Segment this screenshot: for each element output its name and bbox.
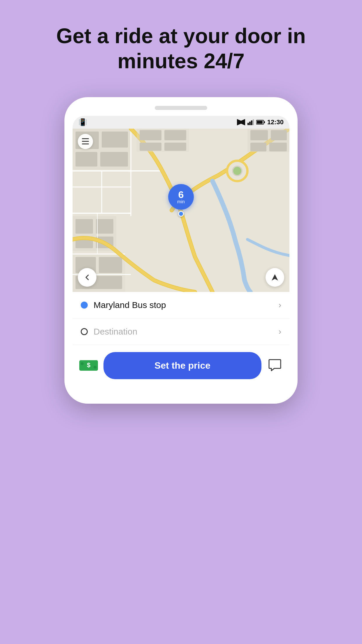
svg-rect-13 [75, 152, 97, 167]
svg-rect-37 [271, 130, 287, 140]
signal-icon [247, 119, 254, 125]
svg-rect-8 [257, 121, 263, 124]
back-button[interactable] [78, 268, 96, 287]
phone-notch [155, 106, 207, 110]
svg-rect-7 [264, 121, 265, 123]
hamburger-line-1 [82, 138, 89, 139]
svg-rect-17 [96, 219, 113, 234]
svg-rect-44 [164, 143, 186, 151]
svg-rect-14 [100, 152, 128, 167]
svg-point-49 [81, 362, 84, 365]
svg-rect-41 [140, 130, 161, 140]
svg-point-34 [233, 167, 241, 175]
svg-rect-4 [251, 120, 252, 125]
svg-text:$: $ [87, 361, 90, 369]
svg-rect-16 [75, 219, 93, 234]
destination-dot-icon [81, 328, 88, 335]
location-dot [178, 211, 184, 217]
pickup-label: Maryland Bus stop [94, 300, 273, 310]
eta-marker: 6 min [168, 184, 194, 217]
back-arrow-icon [83, 273, 91, 281]
eta-bubble: 6 min [168, 184, 194, 210]
svg-rect-2 [247, 123, 249, 125]
hamburger-line-3 [82, 144, 89, 144]
map-area: 6 min [73, 129, 289, 292]
svg-point-50 [94, 366, 96, 369]
chat-icon[interactable] [266, 357, 284, 374]
destination-row[interactable]: Destination › [73, 318, 289, 345]
status-left: 📳 [78, 118, 87, 126]
svg-rect-12 [102, 132, 128, 148]
app-headline: Get a ride at your door in minutes 24/7 [0, 23, 362, 74]
svg-marker-0 [241, 119, 245, 125]
bottom-panel: Maryland Bus stop › Destination › $ [73, 292, 289, 386]
svg-marker-46 [272, 274, 278, 281]
pickup-row[interactable]: Maryland Bus stop › [73, 292, 289, 318]
chat-bubble-icon [267, 358, 282, 373]
phone-mockup: 📳 [64, 97, 298, 404]
svg-rect-43 [140, 143, 161, 151]
money-icon: $ [78, 358, 99, 374]
pickup-chevron-icon: › [279, 300, 281, 310]
battery-icon [256, 120, 265, 125]
hamburger-menu-button[interactable] [78, 134, 93, 149]
svg-rect-3 [249, 122, 251, 125]
destination-chevron-icon: › [279, 327, 281, 336]
status-bar: 📳 [73, 116, 289, 129]
hamburger-line-2 [82, 141, 89, 142]
status-time: 12:30 [267, 118, 284, 126]
navigate-button[interactable] [266, 268, 284, 287]
cash-icon: $ [79, 358, 99, 373]
pickup-dot-icon [81, 302, 88, 309]
svg-rect-5 [253, 119, 254, 125]
vibrate-icon: 📳 [78, 118, 87, 126]
navigate-icon [270, 273, 279, 282]
svg-rect-42 [164, 130, 186, 140]
svg-rect-36 [250, 130, 268, 140]
set-price-button[interactable]: Set the price [103, 352, 261, 379]
status-right: 12:30 [237, 118, 284, 126]
action-bar: $ Set the price [73, 345, 289, 386]
phone-screen: 📳 [73, 116, 289, 386]
svg-rect-39 [269, 143, 287, 151]
svg-marker-1 [237, 119, 241, 125]
eta-number: 6 [178, 190, 184, 200]
svg-rect-38 [250, 143, 266, 151]
eta-label: min [177, 200, 185, 204]
wifi-icon [237, 119, 245, 125]
destination-label: Destination [94, 327, 273, 337]
svg-rect-22 [99, 257, 122, 273]
